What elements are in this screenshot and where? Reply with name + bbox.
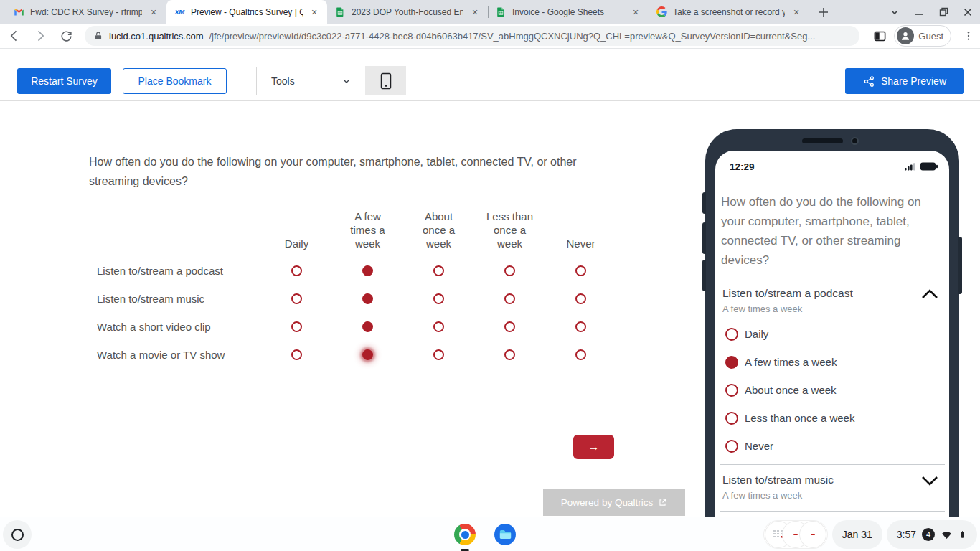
radio-unselected[interactable] [725, 440, 738, 453]
back-button[interactable] [3, 24, 26, 47]
phone-option[interactable]: Daily [715, 320, 949, 348]
browser-tab-2[interactable]: XMPreview - Qualtrics Survey | Qu✕ [166, 0, 327, 24]
matrix-column-header: Less than once a week [474, 207, 545, 252]
matrix-cell [332, 349, 403, 360]
restore-button[interactable] [931, 0, 956, 24]
tab-close-button[interactable]: ✕ [791, 6, 802, 18]
phone-camera [851, 137, 859, 145]
status-pill[interactable]: 3:57 4 [887, 520, 977, 549]
files-app-button[interactable] [494, 524, 516, 545]
date-pill[interactable]: Jan 31 [832, 520, 882, 549]
column-header-label: A few times a week [342, 209, 394, 250]
sheets-favicon [495, 6, 507, 18]
tab-close-button[interactable]: ✕ [630, 6, 641, 18]
chrome-app-button[interactable] [454, 524, 476, 545]
close-window-button[interactable] [956, 0, 980, 24]
radio-unselected[interactable] [504, 321, 515, 332]
radio-selected[interactable] [725, 356, 738, 369]
phone-mute-switch [702, 192, 706, 214]
radio-unselected[interactable] [575, 293, 586, 304]
radio-unselected[interactable] [725, 412, 738, 425]
radio-selected[interactable] [362, 349, 373, 360]
radio-unselected[interactable] [433, 349, 444, 360]
matrix-cell [545, 321, 616, 332]
chromeos-shelf: Jan 31 3:57 4 [0, 517, 980, 551]
phone-option[interactable]: Less than once a week [715, 404, 949, 432]
radio-selected[interactable] [362, 293, 373, 304]
matrix-column-header: Daily [261, 207, 332, 252]
radio-unselected[interactable] [575, 321, 586, 332]
chevron-down-icon[interactable] [920, 475, 939, 489]
phone-option[interactable]: About once a week [715, 376, 949, 404]
radio-unselected[interactable] [291, 265, 302, 276]
radio-unselected[interactable] [291, 293, 302, 304]
next-button[interactable]: → [573, 435, 614, 459]
radio-unselected[interactable] [725, 328, 738, 341]
radio-unselected[interactable] [433, 265, 444, 276]
forward-button[interactable] [29, 24, 52, 47]
browser-menu-button[interactable] [957, 24, 980, 47]
address-bar[interactable]: lucid.co1.qualtrics.com/jfe/preview/prev… [85, 26, 859, 46]
phone-option[interactable]: Never [715, 432, 949, 460]
share-preview-button[interactable]: Share Preview [845, 68, 964, 94]
minimize-button[interactable] [907, 0, 931, 24]
radio-unselected[interactable] [433, 321, 444, 332]
browser-tab-5[interactable]: Take a screenshot or record yo✕ [649, 0, 809, 24]
radio-unselected[interactable] [504, 293, 515, 304]
launcher-button[interactable] [3, 520, 32, 549]
reload-button[interactable] [55, 24, 77, 47]
radio-unselected[interactable] [575, 349, 586, 360]
place-bookmark-button[interactable]: Place Bookmark [123, 68, 227, 94]
phone-question-item[interactable]: Listen to/stream musicA few times a week [715, 465, 949, 507]
tab-close-button[interactable]: ✕ [469, 6, 481, 18]
radio-unselected[interactable] [433, 293, 444, 304]
side-panel-button[interactable] [868, 24, 891, 47]
radio-unselected[interactable] [725, 384, 738, 397]
date-label: Jan 31 [842, 529, 872, 540]
files-icon [494, 524, 516, 545]
url-domain: lucid.co1.qualtrics.com [109, 31, 204, 42]
tools-dropdown[interactable]: Tools [271, 68, 351, 94]
restart-survey-button[interactable]: Restart Survey [17, 68, 111, 94]
radio-unselected[interactable] [504, 349, 515, 360]
matrix-cell [403, 349, 474, 360]
tab-title: Invoice - Google Sheets [512, 7, 624, 17]
browser-tab-1[interactable]: Fwd: CDC RX Survey - rfrimpor✕ [6, 0, 166, 24]
row-label: Listen to/stream a podcast [89, 265, 261, 277]
matrix-cell [403, 293, 474, 304]
profile-button[interactable]: Guest [894, 25, 951, 47]
radio-unselected[interactable] [291, 321, 302, 332]
radio-unselected[interactable] [291, 349, 302, 360]
mobile-preview-toggle[interactable] [365, 66, 406, 95]
radio-unselected[interactable] [504, 265, 515, 276]
radio-unselected[interactable] [575, 265, 586, 276]
row-label: Listen to/stream music [89, 293, 261, 305]
phone-question-item[interactable]: Listen to/stream a podcastA few times a … [715, 278, 949, 320]
browser-tab-4[interactable]: Invoice - Google Sheets✕ [488, 0, 649, 24]
share-preview-label: Share Preview [881, 75, 946, 87]
tab-strip: Fwd: CDC RX Survey - rfrimpor✕XMPreview … [0, 0, 980, 24]
powered-by-qualtrics[interactable]: Powered by Qualtrics [543, 489, 685, 516]
radio-selected[interactable] [362, 265, 373, 276]
phone-screen: 12:29 How often do you do the following … [715, 151, 949, 551]
notifications-pill[interactable] [763, 520, 828, 549]
chevron-down-icon [342, 77, 351, 85]
tab-close-button[interactable]: ✕ [308, 6, 320, 18]
tab-close-button[interactable]: ✕ [148, 6, 159, 18]
notification-icon [800, 522, 826, 547]
external-link-icon [658, 498, 667, 507]
browser-toolbar: lucid.co1.qualtrics.com/jfe/preview/prev… [0, 24, 980, 49]
new-tab-button[interactable] [814, 2, 834, 22]
chevron-up-icon[interactable] [920, 288, 939, 303]
tab-search-button[interactable] [882, 0, 907, 24]
phone-option-label: A few times a week [745, 356, 837, 368]
phone-option[interactable]: A few times a week [715, 348, 949, 376]
phone-option-label: Less than once a week [745, 412, 854, 424]
column-header-label: Daily [285, 237, 308, 250]
phone-volume-up-button [702, 222, 706, 254]
phone-option-label: About once a week [745, 384, 837, 396]
shelf-apps [454, 517, 516, 551]
browser-tab-3[interactable]: 2023 DOP Youth-Focused Env✕ [327, 0, 488, 24]
radio-selected[interactable] [362, 321, 373, 332]
xm-favicon: XM [174, 6, 185, 18]
